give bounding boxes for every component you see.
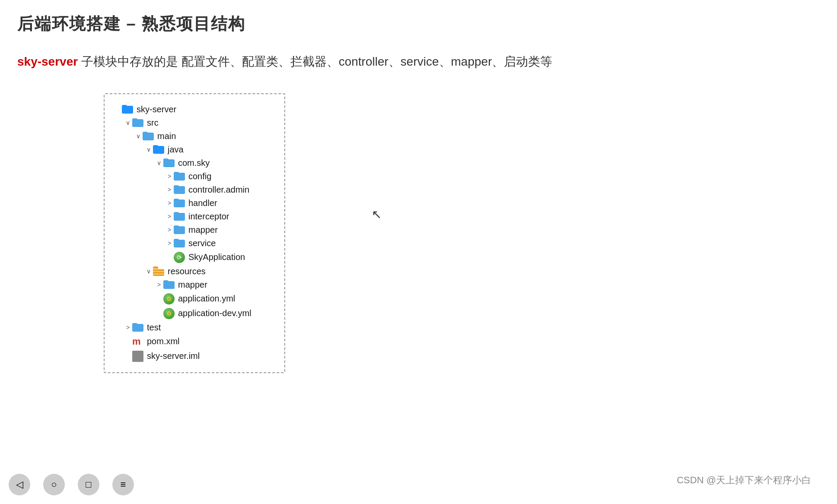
subtitle-highlight: sky-server [17,55,78,68]
mouse-cursor: ↖ [372,207,382,222]
label-java: java [168,145,184,155]
project-tree: sky-server src main java com.sky config … [104,93,285,373]
arrow-main [134,133,143,139]
label-resources: resources [168,266,206,276]
page-title: 后端环境搭建 – 熟悉项目结构 [17,13,820,35]
tree-node-skyapplication: SkyApplication [113,250,271,265]
label-interceptor: interceptor [188,212,229,222]
folder-icon-comsky [163,158,175,167]
folder-icon-test [132,323,143,332]
arrow-resources [144,268,153,275]
folder-icon-interceptor [174,212,185,221]
tree-node-mapper: mapper [113,223,271,237]
toolbar-icon-3[interactable]: □ [78,474,99,495]
tree-node-test: test [113,321,271,334]
tree-node-iml: sky-server.iml [113,349,271,364]
tree-node-application-dev-yml: application-dev.yml [113,306,271,321]
tree-node-application-yml: application.yml [113,292,271,306]
folder-icon-resources [153,266,164,276]
iml-icon [132,351,143,362]
arrow-test [124,324,132,331]
maven-icon-pom-xml: m [132,336,143,347]
label-iml: sky-server.iml [147,351,200,361]
arrow-controller-admin [165,186,174,193]
tree-node-controller-admin: controller.admin [113,183,271,197]
label-src: src [147,118,159,128]
label-main: main [157,131,176,141]
label-comsky: com.sky [178,158,210,168]
arrow-comsky [155,159,163,166]
label-application-dev-yml: application-dev.yml [178,308,251,318]
folder-icon-sky-server [122,105,133,114]
yaml-icon-application-dev-yml [163,308,175,319]
watermark: CSDN @天上掉下来个程序小白 [677,474,811,487]
tree-node-service: service [113,237,271,250]
label-sky-server: sky-server [137,105,176,114]
label-skyapplication: SkyApplication [188,252,245,262]
label-pom-xml: pom.xml [147,336,180,346]
arrow-service [165,240,174,247]
label-mapper: mapper [188,225,218,235]
subtitle: sky-server 子模块中存放的是 配置文件、配置类、拦截器、control… [17,52,820,72]
folder-icon-config [174,172,185,181]
folder-icon-src [132,118,143,127]
folder-icon-mapper-resources [163,280,175,289]
tree-node-src: src [113,116,271,130]
spring-icon-skyapplication [174,252,185,263]
tree-node-interceptor: interceptor [113,210,271,223]
toolbar-icon-4[interactable]: ≡ [112,474,134,495]
folder-icon-mapper [174,225,185,234]
tree-node-resources: resources [113,265,271,278]
tree-node-main: main [113,130,271,143]
arrow-mapper [165,226,174,233]
arrow-src [124,119,132,126]
label-mapper-resources: mapper [178,280,207,290]
arrow-mapper-resources [155,281,163,288]
tree-node-java: java [113,143,271,156]
yaml-icon-application-yml [163,293,175,304]
subtitle-rest: 子模块中存放的是 配置文件、配置类、拦截器、controller、service… [78,55,552,68]
arrow-java [144,146,153,153]
folder-icon-controller-admin [174,185,185,194]
arrow-handler [165,200,174,206]
tree-node-mapper-resources: mapper [113,278,271,292]
folder-icon-main [143,132,154,140]
label-application-yml: application.yml [178,294,235,304]
tree-node-handler: handler [113,197,271,210]
label-test: test [147,323,161,333]
tree-node-pom-xml: m pom.xml [113,334,271,349]
label-config: config [188,171,211,181]
arrow-config [165,173,174,180]
toolbar-icon-1[interactable]: ◁ [9,474,30,495]
bottom-toolbar: ◁ ○ □ ≡ [9,474,134,495]
arrow-interceptor [165,213,174,220]
folder-icon-java [153,145,164,154]
tree-node-sky-server: sky-server [113,103,271,116]
label-service: service [188,238,216,248]
toolbar-icon-2[interactable]: ○ [43,474,65,495]
label-controller-admin: controller.admin [188,185,249,195]
folder-icon-service [174,239,185,247]
label-handler: handler [188,198,217,208]
tree-node-config: config [113,170,271,183]
tree-node-comsky: com.sky [113,156,271,170]
folder-icon-handler [174,199,185,207]
